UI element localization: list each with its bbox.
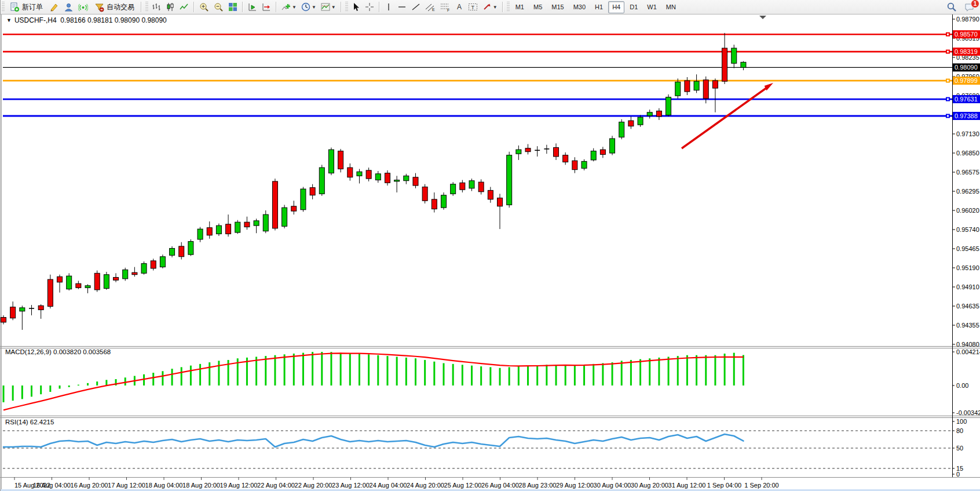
svg-text:0.94355: 0.94355 bbox=[956, 322, 979, 329]
horizontal-line-tool[interactable] bbox=[396, 1, 408, 13]
arrows-tool[interactable]: ▼ bbox=[481, 1, 499, 13]
equidistant-channel-tool[interactable]: E bbox=[423, 1, 437, 13]
chart-shift-icon bbox=[262, 2, 271, 12]
candle-body bbox=[1, 318, 6, 322]
chevron-down-icon: ▼ bbox=[312, 5, 316, 10]
candle-body bbox=[47, 279, 53, 306]
auto-scroll-button[interactable] bbox=[246, 1, 259, 13]
candle-body bbox=[404, 176, 409, 180]
vertical-line-tool[interactable] bbox=[383, 1, 394, 13]
candle-body bbox=[357, 172, 362, 176]
channel-icon: E bbox=[425, 2, 436, 12]
candle-body bbox=[563, 155, 568, 162]
svg-text:0.96020: 0.96020 bbox=[956, 207, 979, 214]
candle-body bbox=[85, 286, 90, 288]
timeframe-button-m5[interactable]: M5 bbox=[529, 1, 546, 13]
svg-text:0.97130: 0.97130 bbox=[956, 130, 979, 137]
styler-button[interactable] bbox=[47, 1, 61, 13]
candle-body bbox=[525, 148, 531, 152]
zoom-out-icon bbox=[214, 2, 224, 12]
timeframe-button-w1[interactable]: W1 bbox=[643, 1, 661, 13]
candle-body bbox=[460, 183, 465, 190]
candle-body bbox=[57, 277, 63, 282]
person-icon bbox=[64, 2, 74, 12]
new-order-button[interactable]: 新订单 bbox=[6, 1, 46, 13]
timeframe-button-m1[interactable]: M1 bbox=[511, 1, 528, 13]
time-axis-label: 28 Aug 23:00 bbox=[519, 482, 557, 489]
svg-text:F: F bbox=[447, 8, 449, 12]
candle-body bbox=[310, 188, 315, 195]
new-order-icon bbox=[10, 2, 20, 12]
time-axis-label: 25 Aug 12:00 bbox=[444, 482, 482, 489]
candle-body bbox=[488, 190, 493, 199]
candle-body bbox=[478, 182, 484, 192]
notifications-button[interactable]: 1 bbox=[963, 1, 977, 13]
svg-text:0: 0 bbox=[956, 471, 960, 478]
candle-body bbox=[712, 81, 718, 88]
timeframe-button-mn[interactable]: MN bbox=[662, 1, 680, 13]
chart-shift-button[interactable] bbox=[260, 1, 273, 13]
candle-body bbox=[207, 228, 212, 235]
text-tool[interactable]: A bbox=[454, 1, 465, 13]
signals-button[interactable] bbox=[76, 1, 90, 13]
community-button[interactable] bbox=[62, 1, 75, 13]
candlestick-chart-button[interactable] bbox=[164, 1, 177, 13]
auto-trading-icon bbox=[94, 2, 104, 12]
bar-chart-button[interactable] bbox=[150, 1, 163, 13]
candle-body bbox=[703, 80, 708, 99]
timeframe-button-m30[interactable]: M30 bbox=[569, 1, 590, 13]
line-chart-button[interactable] bbox=[178, 1, 191, 13]
auto-trading-button[interactable]: 自动交易 bbox=[91, 1, 138, 13]
tile-windows-button[interactable] bbox=[226, 1, 239, 13]
chart-canvas[interactable]: 0.987900.985150.982350.979600.976800.974… bbox=[1, 0, 980, 491]
price-badge-0.97388: 0.97388 bbox=[955, 112, 978, 119]
timeframe-group: M1M5M15M30H1H4D1W1MN bbox=[511, 1, 681, 13]
arrow-object-icon bbox=[482, 2, 492, 12]
time-axis-label: 16 Aug 04:00 bbox=[33, 482, 71, 489]
candle-body bbox=[441, 195, 446, 208]
candle-body bbox=[432, 199, 437, 209]
fibonacci-icon: F bbox=[440, 2, 451, 12]
candle-body bbox=[732, 48, 737, 63]
candle-body bbox=[76, 283, 81, 288]
indicators-button[interactable]: ▼ bbox=[280, 1, 298, 13]
zoom-in-button[interactable] bbox=[198, 1, 211, 13]
candle-body bbox=[104, 275, 109, 289]
time-axis-label: 26 Aug 04:00 bbox=[481, 482, 519, 489]
price-badge-0.97899: 0.97899 bbox=[955, 77, 978, 84]
time-axis-label: 19 Aug 12:00 bbox=[220, 482, 258, 489]
search-button[interactable] bbox=[945, 1, 959, 13]
candle-body bbox=[675, 82, 681, 96]
timeframe-button-h4[interactable]: H4 bbox=[608, 1, 624, 13]
timeframe-button-m15[interactable]: M15 bbox=[547, 1, 568, 13]
toolbar-grip[interactable] bbox=[345, 2, 348, 12]
candle-body bbox=[666, 97, 671, 115]
timeframe-button-h1[interactable]: H1 bbox=[591, 1, 607, 13]
candle-body bbox=[20, 308, 25, 311]
svg-text:E: E bbox=[432, 8, 435, 12]
candle-body bbox=[235, 222, 240, 232]
toolbar-grip[interactable] bbox=[2, 2, 5, 12]
price-badge-0.98090: 0.98090 bbox=[955, 64, 978, 71]
periods-button[interactable]: ▼ bbox=[299, 1, 318, 13]
candle-body bbox=[170, 248, 175, 255]
trendline-tool[interactable] bbox=[409, 1, 422, 13]
time-axis-label: 30 Aug 04:00 bbox=[594, 482, 631, 489]
cursor-button[interactable] bbox=[350, 1, 362, 13]
svg-text:0.004214: 0.004214 bbox=[956, 348, 980, 355]
price-badge-0.97631: 0.97631 bbox=[955, 96, 978, 103]
svg-text:T: T bbox=[471, 5, 474, 10]
time-axis-label: 24 Aug 20:00 bbox=[407, 482, 444, 489]
fibonacci-tool[interactable]: F bbox=[438, 1, 452, 13]
toolbar-grip[interactable] bbox=[507, 2, 510, 12]
candle-body bbox=[507, 155, 512, 205]
candle-body bbox=[254, 221, 259, 226]
timeframe-button-d1[interactable]: D1 bbox=[626, 1, 642, 13]
time-axis-label: 18 Aug 04:00 bbox=[145, 482, 183, 489]
text-label-tool[interactable]: T bbox=[466, 1, 480, 13]
toolbar-grip[interactable] bbox=[145, 2, 148, 12]
crosshair-button[interactable] bbox=[363, 1, 376, 13]
svg-text:80: 80 bbox=[956, 427, 963, 434]
templates-button[interactable]: ▼ bbox=[319, 1, 338, 13]
zoom-out-button[interactable] bbox=[212, 1, 225, 13]
